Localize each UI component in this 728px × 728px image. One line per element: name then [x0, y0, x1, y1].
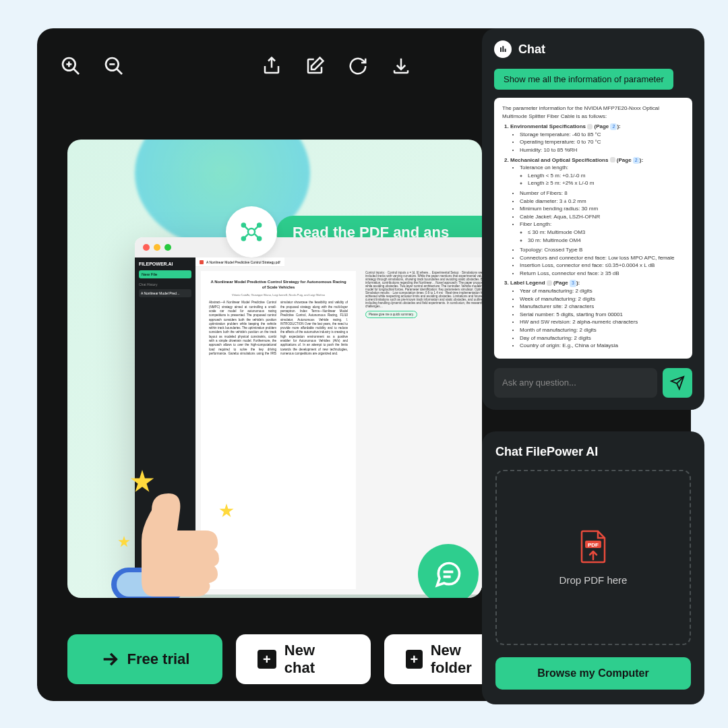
document-tab[interactable]: A Nonlinear Model Predictive Control Str… [195, 257, 284, 267]
pdf-file-icon: PDF [579, 530, 607, 564]
chat-logo-icon [494, 40, 512, 58]
new-file-button[interactable]: New File [139, 270, 191, 278]
share-icon[interactable] [258, 53, 285, 80]
summary-prompt: Please give me a quick summary. [365, 311, 417, 318]
svg-line-14 [245, 226, 248, 230]
plus-icon: + [406, 650, 423, 669]
free-trial-label: Free trial [127, 650, 190, 668]
chat-input[interactable] [494, 368, 657, 398]
reload-icon[interactable] [344, 53, 371, 80]
ai-badge-icon [226, 206, 277, 257]
history-item[interactable]: A Nonlinear Model Pred… [139, 289, 191, 297]
free-trial-button[interactable]: Free trial [67, 634, 222, 684]
edit-icon[interactable] [301, 53, 328, 80]
doc-body: Abstract—A Nonlinear Model Predictive Co… [209, 301, 348, 356]
send-button[interactable] [663, 368, 692, 398]
chat-history-label: Chat History [139, 282, 191, 286]
svg-rect-23 [500, 47, 502, 52]
chat-panel-header: Chat [494, 40, 692, 58]
svg-line-1 [73, 69, 79, 74]
chat-panel: Chat Show me all the information of para… [482, 28, 704, 410]
chat-response: The parameter information for the NVIDIA… [494, 98, 692, 359]
svg-line-5 [117, 69, 122, 74]
chat-title: Chat [518, 42, 545, 57]
doc-authors: Vittorio Cataffo, Giuseppe Silano, Luigi… [209, 293, 348, 297]
chat-fab-icon[interactable] [418, 544, 479, 598]
svg-line-15 [255, 226, 258, 230]
pdf-icon [200, 260, 204, 264]
svg-rect-25 [505, 49, 506, 52]
window-traffic-lights [135, 237, 482, 257]
drop-zone[interactable]: PDF Drop PDF here [495, 470, 691, 645]
doc-title: A Nonlinear Model Predictive Control Str… [209, 279, 348, 291]
svg-rect-24 [502, 46, 504, 52]
svg-point-9 [248, 229, 255, 235]
zoom-in-icon[interactable] [57, 53, 84, 80]
zoom-out-icon[interactable] [100, 53, 127, 80]
action-row: Free trial + New chat + New folder [67, 634, 519, 684]
browse-button[interactable]: Browse my Computer [495, 657, 691, 690]
new-chat-label: New chat [284, 642, 349, 677]
new-chat-button[interactable]: + New chat [236, 634, 371, 684]
svg-line-17 [255, 234, 258, 237]
upload-title: Chat FilePower AI [495, 445, 691, 459]
drop-text: Drop PDF here [559, 574, 628, 586]
brand-label: FILEPOWER.AI [139, 262, 191, 266]
thumbs-up-illustration [104, 456, 246, 598]
download-icon[interactable] [388, 53, 415, 80]
upload-panel: Chat FilePower AI PDF Drop PDF here Brow… [482, 431, 704, 704]
svg-line-16 [245, 234, 248, 237]
plus-icon: + [257, 650, 276, 669]
user-prompt: Show me all the information of parameter [494, 69, 673, 90]
toolbar [37, 28, 435, 104]
preview-area: Read the PDF and ans A Nonlinear Model P… [67, 140, 482, 598]
tab-label: A Nonlinear Model Predictive Control Str… [206, 260, 280, 264]
svg-text:PDF: PDF [588, 541, 599, 547]
response-intro: The parameter information for the NVIDIA… [502, 104, 684, 120]
doc-chat-column: Control inputs: · Control inputs u = [d,… [361, 257, 482, 595]
